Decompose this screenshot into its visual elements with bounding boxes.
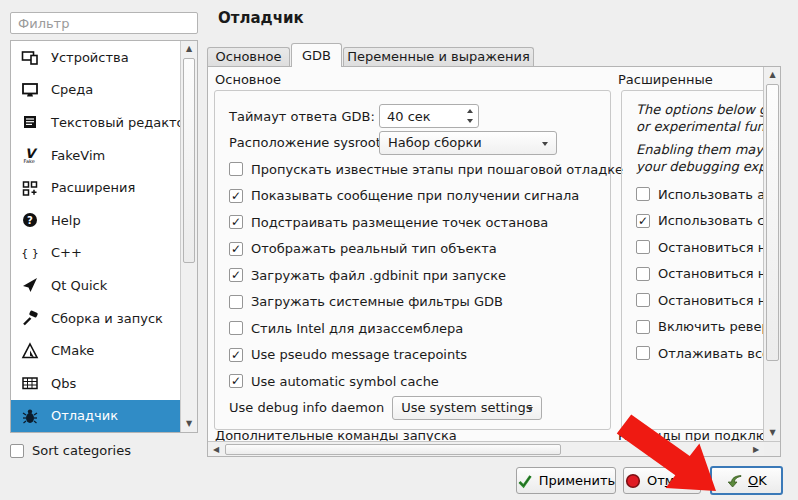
sidebar-item-fakevim[interactable]: VFake FakeVim <box>11 139 181 172</box>
checkbox-row: ✓ Подстраивать размещение точек останова <box>229 209 610 236</box>
show-signal-message-checkbox[interactable]: ✓ <box>229 189 243 203</box>
debug-info-daemon-label: Use debug info daemon <box>229 400 384 415</box>
break-on-3-checkbox[interactable] <box>636 293 650 307</box>
svg-text:{ }: { } <box>21 247 39 260</box>
scroll-down-icon[interactable]: ▼ <box>764 425 780 441</box>
apply-button[interactable]: Применить <box>516 467 616 494</box>
chevron-down-icon <box>527 407 533 411</box>
qbs-icon <box>21 374 39 392</box>
pseudo-tracepoints-checkbox[interactable]: ✓ <box>229 348 243 362</box>
sidebar-item-help[interactable]: ? Help <box>11 204 181 237</box>
real-object-type-checkbox[interactable]: ✓ <box>229 242 243 256</box>
gdb-tab-page: Основное Таймаут ответа GDB: 40 сек Расп… <box>207 66 781 457</box>
load-system-pretty-printers-checkbox[interactable] <box>229 295 243 309</box>
checkbox-row: Пропускать известные этапы при пошаговой… <box>229 156 610 183</box>
async-mode-checkbox[interactable] <box>636 187 650 201</box>
tab-gdb[interactable]: GDB <box>291 43 342 67</box>
svg-text:Fake: Fake <box>24 158 35 164</box>
checkbox-row: ✓ Показывать сообщение при получении сиг… <box>229 183 610 210</box>
tab-variables[interactable]: Переменные и выражения <box>343 47 534 66</box>
extensions-icon <box>21 179 39 197</box>
checkbox-row: ✓ Загружать файл .gdbinit при запуске <box>229 262 610 289</box>
chevron-down-icon <box>542 142 548 146</box>
group-box-main: Таймаут ответа GDB: 40 сек Расположение … <box>214 90 611 430</box>
category-list-scrollbar[interactable]: ▲ ▼ <box>180 41 197 432</box>
options-dialog: Устройства Среда Текстовый редактор VFak… <box>0 0 798 500</box>
adjust-breakpoints-checkbox[interactable]: ✓ <box>229 215 243 229</box>
sysroot-label: Расположение sysroot: <box>229 135 371 150</box>
scrollbar-thumb[interactable] <box>183 58 195 263</box>
scroll-left-icon[interactable]: ◀ <box>208 442 224 456</box>
sidebar-item-debugger[interactable]: Отладчик <box>11 400 181 433</box>
sidebar-item-extensions[interactable]: Расширения <box>11 171 181 204</box>
checkbox-row: Загружать системные фильтры GDB <box>229 289 610 316</box>
group-title-main: Основное <box>215 72 281 87</box>
break-on-2-checkbox[interactable] <box>636 267 650 281</box>
sidebar-item-build-run[interactable]: Сборка и запуск <box>11 302 181 335</box>
scroll-up-icon[interactable]: ▲ <box>764 67 780 83</box>
filter-input[interactable] <box>10 12 198 34</box>
gdb-timeout-spinbox[interactable]: 40 сек <box>379 104 479 128</box>
tab-osnovnoe[interactable]: Основное <box>207 47 290 66</box>
debug-info-daemon-combobox[interactable]: Use system settings <box>392 396 542 420</box>
scroll-down-icon[interactable]: ▼ <box>181 416 197 432</box>
sort-categories-checkbox[interactable] <box>10 444 24 458</box>
sysroot-row: Расположение sysroot: Набор сборки <box>229 130 610 157</box>
reverse-debugging-checkbox[interactable] <box>636 320 650 334</box>
cancel-stop-icon <box>625 473 641 489</box>
sidebar-item-label: Отладчик <box>51 408 118 423</box>
sidebar-item-qbs[interactable]: Qbs <box>11 367 181 400</box>
standard-mode-checkbox[interactable]: ✓ <box>636 214 650 228</box>
scroll-right-icon[interactable]: ▶ <box>748 442 764 456</box>
cmake-icon <box>21 342 39 360</box>
intel-style-checkbox[interactable] <box>229 321 243 335</box>
group-title-extended: Расширенные <box>618 72 713 87</box>
horizontal-scrollbar[interactable]: ◀ ▶ <box>208 441 764 456</box>
sidebar-item-environment[interactable]: Среда <box>11 74 181 107</box>
auto-symbol-cache-checkbox[interactable]: ✓ <box>229 374 243 388</box>
svg-text:?: ? <box>27 215 33 226</box>
debug-children-checkbox[interactable] <box>636 346 650 360</box>
extended-note-1: The options below give a or experimental… <box>636 101 780 135</box>
debugger-icon <box>21 407 39 425</box>
sysroot-combobox[interactable]: Набор сборки <box>379 131 557 155</box>
help-icon: ? <box>21 211 39 229</box>
vertical-scrollbar[interactable]: ▲ ▼ <box>763 67 780 441</box>
sidebar-item-label: Qt Quick <box>51 278 107 293</box>
gdb-timeout-label: Таймаут ответа GDB: <box>229 109 371 124</box>
sidebar-item-label: CMake <box>51 343 94 358</box>
cpp-icon: { } <box>21 244 39 262</box>
sidebar-item-devices[interactable]: Устройства <box>11 41 181 74</box>
gdb-timeout-row: Таймаут ответа GDB: 40 сек <box>229 103 610 130</box>
sidebar-item-label: Qbs <box>51 376 76 391</box>
sidebar-item-label: Сборка и запуск <box>51 311 163 326</box>
spin-down-icon[interactable] <box>467 119 473 123</box>
ok-button[interactable]: OK <box>710 466 783 495</box>
cancel-button[interactable]: Отмена <box>623 467 701 494</box>
scrollbar-thumb[interactable] <box>766 84 779 361</box>
skip-known-frames-checkbox[interactable] <box>229 162 243 176</box>
spinner-buttons[interactable] <box>462 106 477 126</box>
sidebar-item-qt-quick[interactable]: Qt Quick <box>11 269 181 302</box>
category-list: Устройства Среда Текстовый редактор VFak… <box>10 40 198 433</box>
checkbox-row: ✓ Use pseudo message tracepoints <box>229 342 610 369</box>
scroll-up-icon[interactable]: ▲ <box>181 41 197 57</box>
build-run-icon <box>21 309 39 327</box>
sidebar-item-cpp[interactable]: { } C++ <box>11 237 181 270</box>
qt-quick-icon <box>21 276 39 294</box>
scroll-area: Основное Таймаут ответа GDB: 40 сек Расп… <box>208 67 780 456</box>
page-title: Отладчик <box>218 9 304 27</box>
sidebar-item-label: FakeVim <box>51 148 105 163</box>
load-gdbinit-checkbox[interactable]: ✓ <box>229 268 243 282</box>
devices-icon <box>21 48 39 66</box>
scrollbar-corner <box>764 441 780 456</box>
checkbox-row: Остановиться на вых <box>636 261 780 288</box>
scrollbar-thumb[interactable] <box>225 444 561 455</box>
sidebar-item-cmake[interactable]: CMake <box>11 334 181 367</box>
sidebar-item-label: Среда <box>51 82 93 97</box>
sidebar-item-text-editor[interactable]: Текстовый редактор <box>11 106 181 139</box>
sidebar-item-label: Устройства <box>51 50 129 65</box>
sidebar-item-label: C++ <box>51 245 82 260</box>
spin-up-icon[interactable] <box>467 109 473 113</box>
break-on-1-checkbox[interactable] <box>636 240 650 254</box>
